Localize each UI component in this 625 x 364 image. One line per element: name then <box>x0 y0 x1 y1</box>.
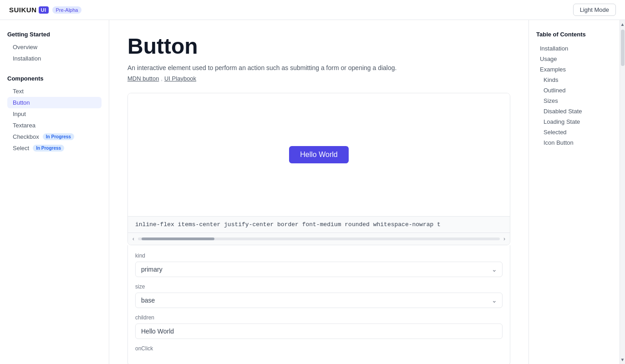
toc-item-loading-state[interactable]: Loading State <box>536 116 612 127</box>
scrollbar-row: ‹ › <box>132 235 506 243</box>
sidebar-item-text[interactable]: Text <box>7 86 102 97</box>
toc-item-sizes[interactable]: Sizes <box>536 96 612 106</box>
toc-item-icon-button[interactable]: Icon Button <box>536 137 612 148</box>
children-label: children <box>135 314 503 321</box>
sidebar-item-label: Textarea <box>13 122 36 129</box>
controls: kind primary secondary ghost ⌄ size base… <box>127 245 510 364</box>
logo-ui-badge: UI <box>39 6 49 14</box>
sidebar-item-select[interactable]: Select In Progress <box>7 142 102 154</box>
in-progress-badge-2: In Progress <box>33 145 64 152</box>
size-select[interactable]: base sm lg <box>135 293 503 308</box>
sidebar-item-label: Overview <box>13 44 37 51</box>
scrollbar-track[interactable] <box>138 238 500 240</box>
toc-item-installation[interactable]: Installation <box>536 43 612 54</box>
pre-alpha-badge: Pre-Alpha <box>52 6 82 14</box>
sidebar-item-button[interactable]: Button <box>7 97 102 108</box>
preview-box: Hello World inline-flex items-center jus… <box>127 93 510 245</box>
toc-item-selected[interactable]: Selected <box>536 127 612 137</box>
kind-control: kind primary secondary ghost ⌄ <box>135 253 503 277</box>
onclick-control: onClick <box>135 345 503 352</box>
sidebar-item-textarea[interactable]: Textarea <box>7 120 102 131</box>
header: SUIKUN UI Pre-Alpha Light Mode <box>0 0 625 20</box>
in-progress-badge: In Progress <box>43 133 74 140</box>
getting-started-section: Getting Started Overview Installation <box>7 31 102 64</box>
table-of-contents: Table of Contents Installation Usage Exa… <box>528 20 620 364</box>
sidebar-item-overview[interactable]: Overview <box>7 41 102 53</box>
kind-select-wrapper: primary secondary ghost ⌄ <box>135 262 503 277</box>
components-title: Components <box>7 75 102 82</box>
sidebar-item-installation[interactable]: Installation <box>7 53 102 64</box>
sidebar-item-label: Select <box>13 145 29 152</box>
toc-item-kinds[interactable]: Kinds <box>536 75 612 85</box>
sidebar-item-input[interactable]: Input <box>7 108 102 120</box>
sidebar-item-label: Input <box>13 111 26 117</box>
logo: SUIKUN UI <box>9 6 49 14</box>
scroll-up-button[interactable]: ▲ <box>620 21 625 28</box>
toc-item-usage[interactable]: Usage <box>536 54 612 64</box>
preview-area: Hello World <box>128 93 510 216</box>
sidebar-item-label: Installation <box>13 55 41 62</box>
main-content: Button An interactive element used to pe… <box>109 20 528 364</box>
toc-title: Table of Contents <box>536 31 612 38</box>
scrollbar-thumb-vertical <box>621 30 625 66</box>
kind-label: kind <box>135 253 503 259</box>
scroll-right-arrow[interactable]: › <box>503 236 505 242</box>
demo-button[interactable]: Hello World <box>289 146 348 163</box>
layout: Getting Started Overview Installation Co… <box>0 20 625 364</box>
toc-item-outlined[interactable]: Outlined <box>536 85 612 96</box>
kind-select[interactable]: primary secondary ghost <box>135 262 503 277</box>
toc-item-disabled-state[interactable]: Disabled State <box>536 106 612 116</box>
scroll-down-button[interactable]: ▼ <box>620 356 625 363</box>
size-select-wrapper: base sm lg ⌄ <box>135 293 503 308</box>
sidebar-item-label: Checkbox <box>13 133 39 140</box>
logo-text: SUIKUN <box>9 6 37 14</box>
code-bar: inline-flex items-center justify-center … <box>128 216 510 233</box>
getting-started-title: Getting Started <box>7 31 102 38</box>
right-scrollbar: ▲ ▼ <box>620 20 625 364</box>
children-control: children <box>135 314 503 339</box>
light-mode-button[interactable]: Light Mode <box>573 4 616 16</box>
sidebar: Getting Started Overview Installation Co… <box>0 20 109 364</box>
sidebar-item-checkbox[interactable]: Checkbox In Progress <box>7 131 102 142</box>
link-separator: , <box>161 75 163 82</box>
components-section: Components Text Button Input Textarea Ch… <box>7 75 102 154</box>
children-input[interactable] <box>135 324 503 339</box>
page-description: An interactive element used to perform a… <box>127 64 510 71</box>
sidebar-item-label: Button <box>13 99 30 106</box>
ui-playbook-link[interactable]: UI Playbook <box>164 75 196 82</box>
onclick-label: onClick <box>135 345 503 352</box>
toc-item-examples[interactable]: Examples <box>536 64 612 75</box>
page-title: Button <box>127 35 510 59</box>
sidebar-item-label: Text <box>13 88 24 95</box>
scrollbar-thumb <box>142 238 214 240</box>
size-label: size <box>135 283 503 290</box>
header-left: SUIKUN UI Pre-Alpha <box>9 6 81 14</box>
page-links: MDN button , UI Playbook <box>127 75 510 82</box>
scroll-left-arrow[interactable]: ‹ <box>132 236 134 242</box>
mdn-link[interactable]: MDN button <box>127 75 159 82</box>
size-control: size base sm lg ⌄ <box>135 283 503 308</box>
code-text: inline-flex items-center justify-center … <box>135 221 441 228</box>
